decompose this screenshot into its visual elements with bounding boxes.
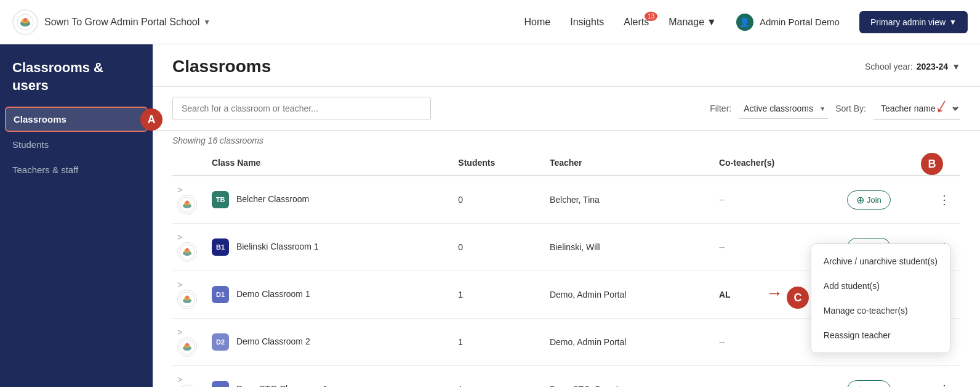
sidebar-section-title: Classrooms & users	[0, 59, 153, 107]
action-cell: ⊕ Join	[842, 176, 928, 224]
expand-icon[interactable]: >	[177, 185, 182, 195]
teachers-label: Teachers & staff	[12, 165, 78, 175]
primary-admin-view-button[interactable]: Primary admin view ▼	[859, 11, 968, 33]
search-input[interactable]	[172, 97, 431, 120]
school-name-caret: ▼	[203, 18, 211, 26]
expand-icon[interactable]: >	[177, 280, 182, 290]
home-link[interactable]: Home	[524, 17, 551, 28]
expand-cell: >	[172, 224, 207, 271]
col-students: Students	[453, 150, 545, 176]
svg-point-15	[186, 296, 189, 299]
filter-select[interactable]: Active classrooms	[739, 99, 828, 119]
class-name-text: Demo Classroom 2	[236, 336, 310, 346]
students-cell: 0	[453, 224, 545, 271]
table-row: > D1 DemoSTG Classroom 1 1 DemoSTG, Bran…	[172, 366, 960, 388]
join-button[interactable]: ⊕ Join	[847, 190, 891, 210]
teacher-cell: Demo, Admin Portal	[545, 319, 714, 366]
classroom-logo	[177, 385, 197, 387]
sidebar-item-teachers[interactable]: Teachers & staff	[0, 157, 153, 182]
dots-menu-button[interactable]: ⋮	[933, 380, 955, 387]
filter-label: Filter:	[710, 104, 731, 113]
primary-btn-caret: ▼	[949, 18, 957, 26]
sort-by-select[interactable]: Teacher name	[874, 98, 960, 120]
svg-point-11	[186, 248, 189, 251]
students-cell: 1	[453, 271, 545, 319]
join-button[interactable]: ⊕ Join	[847, 380, 891, 388]
classroom-logo	[177, 195, 197, 214]
class-name-text: Bielinski Classroom 1	[236, 242, 319, 251]
expand-cell: >	[172, 319, 207, 366]
col-actions	[842, 150, 928, 176]
students-cell: 0	[453, 176, 545, 224]
main-header: Classrooms School year: 2023-24 ▼	[153, 44, 980, 87]
alerts-link[interactable]: Alerts 13	[624, 17, 649, 28]
classroom-logo	[177, 242, 197, 262]
dots-menu-cell: ⋮	[928, 176, 960, 224]
expand-cell: >	[172, 176, 207, 224]
co-teacher-dashes: --	[719, 385, 725, 387]
class-name-cell: TB Belcher Classroom	[207, 176, 453, 224]
col-class-name: Class Name	[207, 150, 453, 176]
alerts-badge-count: 13	[645, 12, 657, 21]
context-dropdown-menu: Archive / unarchive student(s)Add studen…	[811, 243, 950, 353]
dots-menu-button[interactable]: ⋮	[933, 190, 955, 209]
sidebar-item-classrooms[interactable]: Classrooms	[5, 107, 148, 132]
showing-count: Showing 16 classrooms	[153, 131, 980, 150]
classroom-badge: D1	[212, 286, 229, 303]
co-teacher-dashes: --	[719, 337, 725, 347]
dropdown-menu-item[interactable]: Add student(s)	[811, 274, 950, 298]
manage-label: Manage	[669, 17, 704, 28]
school-name-text: Sown To Grow Admin Portal School	[44, 17, 199, 28]
classrooms-label: Classrooms	[14, 114, 66, 124]
expand-cell: >	[172, 271, 207, 319]
dropdown-menu-item[interactable]: Reassign teacher	[811, 323, 950, 348]
annotation-b: B	[921, 153, 943, 175]
school-year-label: School year:	[865, 62, 913, 71]
filter-select-wrapper: Active classrooms	[739, 99, 828, 119]
col-teacher: Teacher	[545, 150, 714, 176]
classroom-logo	[177, 290, 197, 309]
school-year-value: 2023-24	[917, 62, 948, 71]
toolbar: Filter: Active classrooms Sort By: Teach…	[153, 87, 980, 131]
dropdown-menu-item[interactable]: Manage co-teacher(s)	[811, 298, 950, 323]
school-year-selector[interactable]: School year: 2023-24 ▼	[865, 62, 960, 71]
class-name-cell: D1 DemoSTG Classroom 1	[207, 366, 453, 388]
insights-link[interactable]: Insights	[570, 17, 604, 28]
teacher-cell: Bielinski, Will	[545, 224, 714, 271]
table-header-row: Class Name Students Teacher Co-teacher(s…	[172, 150, 960, 176]
sort-select-wrapper: Teacher name	[874, 98, 960, 120]
students-cell: 1	[453, 319, 545, 366]
sort-by-label: Sort By:	[835, 104, 866, 113]
class-name-cell: B1 Bielinski Classroom 1	[207, 224, 453, 271]
col-coteacher: Co-teacher(s)	[714, 150, 842, 176]
classroom-badge: B1	[212, 238, 229, 256]
svg-point-3	[23, 18, 27, 22]
co-teacher-dashes: --	[719, 195, 725, 205]
sown-logo	[12, 9, 38, 35]
students-cell: 1	[453, 366, 545, 388]
manage-link[interactable]: Manage ▼	[669, 17, 717, 28]
annotation-a: A	[140, 108, 163, 131]
primary-btn-label: Primary admin view	[870, 17, 946, 27]
class-name-text: Belcher Classroom	[236, 194, 309, 204]
svg-point-19	[186, 343, 189, 346]
class-name-text: Demo Classroom 1	[236, 289, 310, 299]
expand-icon[interactable]: >	[177, 327, 182, 337]
user-name-label: Admin Portal Demo	[760, 17, 840, 27]
expand-cell: >	[172, 366, 207, 388]
coteacher-cell: --	[714, 366, 842, 388]
classroom-badge: TB	[212, 191, 229, 208]
school-name-dropdown[interactable]: Sown To Grow Admin Portal School ▼	[44, 17, 211, 28]
dropdown-menu-item[interactable]: Archive / unarchive student(s)	[811, 249, 950, 274]
classroom-badge: D1	[212, 381, 229, 387]
students-label: Students	[12, 139, 49, 150]
class-name-text: DemoSTG Classroom 1	[236, 384, 328, 387]
sidebar: Classrooms & users Classrooms Students T…	[0, 44, 153, 387]
page-title: Classrooms	[172, 57, 271, 76]
expand-icon[interactable]: >	[177, 375, 182, 385]
co-teacher-dashes: --	[719, 242, 725, 252]
expand-icon[interactable]: >	[177, 232, 182, 242]
teacher-cell: Demo, Admin Portal	[545, 271, 714, 319]
sidebar-item-students[interactable]: Students	[0, 132, 153, 157]
top-nav: Sown To Grow Admin Portal School ▼ Home …	[0, 0, 980, 44]
